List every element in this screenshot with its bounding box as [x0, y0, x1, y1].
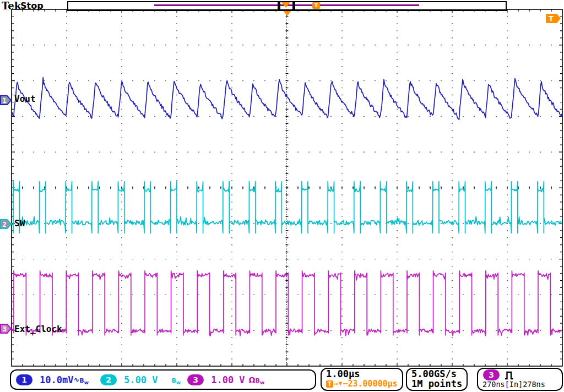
arrow-right-icon: → — [334, 379, 338, 389]
timebase-box[interactable]: 1.00µs T→▼−23.00000µs — [321, 368, 403, 391]
ch2-position-marker[interactable]: 2 — [0, 219, 12, 229]
svg-text:2: 2 — [3, 221, 7, 228]
svg-text:1: 1 — [3, 97, 7, 105]
triangle-down-icon: ▼ — [339, 379, 343, 389]
ch2-bandwidth-icon: Bw — [171, 374, 181, 385]
window-position-marker-icon[interactable] — [281, 2, 290, 8]
timebase-scale: 1.00µs — [322, 369, 402, 379]
record-view-bar[interactable]: T — [67, 1, 507, 11]
ch3-position-marker[interactable]: 3 — [0, 324, 12, 334]
pulse-width-readout: 270ns[In]278ns — [478, 380, 562, 389]
ch1-bandwidth-icon: Bw — [79, 374, 89, 385]
record-length: 1M points — [407, 379, 467, 389]
ch2-scale: 5.00 V — [124, 374, 158, 385]
ch1-coupling-icon: ∿ — [73, 375, 79, 384]
trigger-t-icon: T — [326, 380, 333, 388]
ch1-label: Vout — [14, 94, 36, 104]
ch2-badge[interactable]: 2 — [100, 374, 117, 385]
zoom-window-right-bracket[interactable] — [292, 1, 295, 10]
channel-readout-box[interactable]: 1 10.0mV ∿ Bw 2 5.00 V Bw 3 1.00 V ΩBw — [10, 369, 316, 390]
acquisition-box[interactable]: 5.00GS/s 1M points — [406, 368, 468, 391]
ch3-impedance-icon: ΩBw — [249, 374, 265, 385]
trigger-delay-readout: T→▼−23.00000µs — [322, 379, 402, 389]
acquisition-status: Stop — [20, 1, 44, 11]
ch1-badge[interactable]: 1 — [16, 374, 32, 385]
tek-logo: Tek — [2, 0, 21, 12]
ch3-scale: 1.00 V — [211, 374, 245, 385]
ch1-scale: 10.0mV — [40, 374, 73, 385]
pulse-width-trigger-icon — [505, 371, 514, 380]
ch2-label: SW — [14, 218, 25, 228]
ch3-label: Ext_Clock — [14, 324, 62, 334]
svg-text:3: 3 — [3, 325, 7, 333]
trigger-level-t-label: T — [549, 14, 554, 23]
record-trigger-icon: T — [312, 2, 320, 9]
zoom-window-left-bracket[interactable] — [278, 1, 280, 10]
sample-rate: 5.00GS/s — [407, 369, 467, 379]
ch1-position-marker[interactable]: 1 — [0, 95, 12, 105]
oscilloscope-screen: { "header": { "logo": "Tek", "status": "… — [0, 0, 564, 392]
trigger-delay-value: −23.00000µs — [343, 379, 397, 389]
waveform-display: T — [0, 0, 564, 392]
trigger-source-badge: 3 — [483, 369, 500, 380]
trigger-box[interactable]: 3 270ns[In]278ns — [477, 368, 563, 391]
ch3-badge[interactable]: 3 — [187, 374, 204, 385]
